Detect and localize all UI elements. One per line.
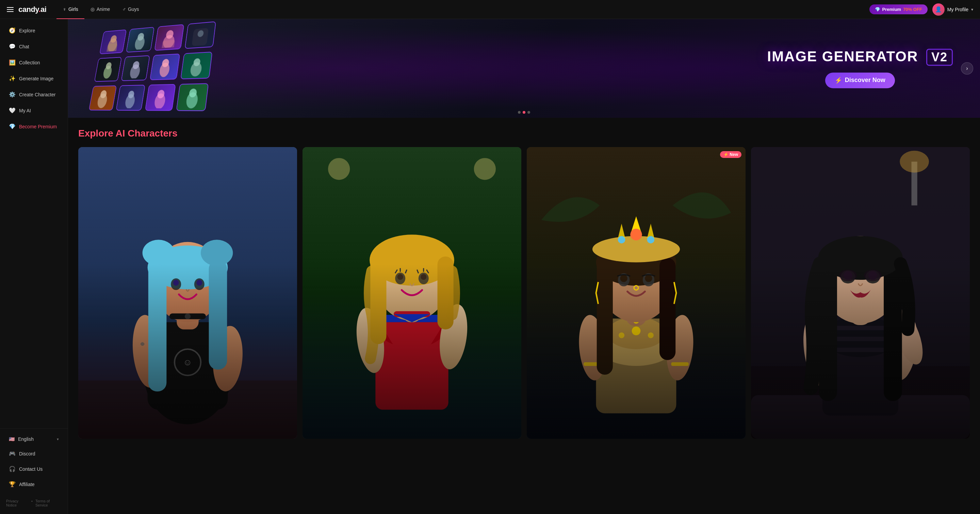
discover-icon: ⚡ (835, 76, 842, 84)
character-card-arabian[interactable]: ⚡ New (527, 147, 746, 439)
phone-card (145, 84, 176, 111)
collection-icon: 🖼️ (9, 59, 16, 66)
char-image-3 (527, 147, 746, 439)
card-gradient-4 (751, 264, 970, 439)
banner-dot-3[interactable] (527, 111, 530, 114)
phone-card (154, 24, 184, 51)
char-image-2 (302, 147, 521, 439)
banner: IMAGE GENERATOR V2 ⚡ Discover Now › (68, 19, 980, 118)
privacy-link[interactable]: Privacy Notice (6, 499, 29, 507)
sidebar-item-chat[interactable]: 💬 Chat (3, 39, 65, 54)
phone-grid (89, 21, 218, 113)
phone-card (185, 21, 216, 49)
sidebar-item-my-ai[interactable]: 🤍 My AI (3, 103, 65, 118)
svg-point-86 (630, 229, 642, 240)
nav-girls[interactable]: ♀ Girls (56, 0, 84, 19)
premium-sidebar-icon: 💎 (9, 123, 16, 130)
sidebar-item-become-premium[interactable]: 💎 Become Premium (3, 119, 65, 134)
avatar: 👤 (932, 3, 945, 16)
logo[interactable]: candy.ai (18, 5, 46, 14)
footer-separator: • (31, 499, 33, 507)
profile-chevron-icon: ▾ (971, 7, 973, 12)
banner-text: IMAGE GENERATOR V2 ⚡ Discover Now (767, 49, 953, 88)
profile-name: My Profile (947, 7, 969, 12)
character-card-cheerleader[interactable] (302, 147, 521, 439)
header: candy.ai ♀ Girls ◎ Anime ♂ Guys 💎 Premiu… (0, 0, 980, 19)
generate-icon: ✨ (9, 75, 16, 82)
card-gradient-3 (527, 264, 746, 439)
flag-icon: 🇺🇸 (9, 436, 14, 442)
sidebar-item-generate-image[interactable]: ✨ Generate Image (3, 71, 65, 86)
section-title-rest: AI Characters (115, 128, 177, 138)
sidebar-footer: Privacy Notice • Terms of Service (0, 496, 68, 511)
svg-point-97 (900, 151, 929, 173)
language-chevron-icon: ▾ (57, 437, 59, 441)
my-ai-icon: 🤍 (9, 107, 16, 114)
affiliate-icon: 🏆 (9, 481, 16, 487)
phone-card (176, 83, 208, 111)
phone-card (116, 85, 145, 111)
phone-card (150, 53, 180, 80)
banner-dot-1[interactable] (518, 111, 520, 114)
sidebar: 🧭 Explore 💬 Chat 🖼️ Collection ✨ Generat… (0, 19, 68, 514)
banner-dot-2[interactable] (523, 111, 525, 114)
svg-rect-7 (161, 40, 175, 48)
sidebar-item-create-character[interactable]: ⚙️ Create Character (3, 87, 65, 102)
character-card-dark-beauty[interactable] (751, 147, 970, 439)
nav-guys[interactable]: ♂ Guys (116, 0, 145, 19)
profile-area[interactable]: 👤 My Profile ▾ (932, 3, 973, 16)
phone-card (99, 29, 127, 54)
explore-icon: 🧭 (9, 27, 16, 34)
main-nav: ♀ Girls ◎ Anime ♂ Guys (56, 0, 869, 19)
banner-next-arrow[interactable]: › (961, 62, 973, 75)
explore-section: Explore AI Characters (68, 118, 980, 446)
svg-point-37 (143, 240, 175, 266)
banner-dots (518, 111, 530, 114)
banner-phones (78, 19, 580, 118)
layout: 🧭 Explore 💬 Chat 🖼️ Collection ✨ Generat… (0, 19, 980, 514)
svg-rect-2 (106, 43, 118, 52)
nav-anime[interactable]: ◎ Anime (84, 0, 116, 19)
new-badge: ⚡ New (720, 151, 741, 158)
sidebar-bottom: 🇺🇸 English ▾ 🎮 Discord 🎧 Contact Us 🏆 Af… (0, 428, 68, 496)
header-right: 💎 Premium 70% OFF 👤 My Profile ▾ (869, 3, 974, 16)
svg-point-88 (647, 236, 654, 243)
discord-icon: 🎮 (9, 450, 16, 457)
phone-card (121, 55, 150, 81)
sidebar-item-affiliate[interactable]: 🏆 Affiliate (3, 477, 65, 492)
sidebar-item-collection[interactable]: 🖼️ Collection (3, 55, 65, 70)
girls-icon: ♀ (63, 6, 66, 12)
main-content: IMAGE GENERATOR V2 ⚡ Discover Now › (68, 19, 980, 514)
phone-card (94, 57, 122, 82)
phone-card (180, 52, 212, 79)
svg-point-87 (618, 236, 625, 243)
phone-card (126, 27, 154, 53)
discover-now-button[interactable]: ⚡ Discover Now (825, 73, 895, 88)
terms-link[interactable]: Terms of Service (35, 499, 62, 507)
card-gradient-1 (78, 264, 297, 439)
premium-icon: 💎 (875, 7, 880, 12)
sidebar-item-discord[interactable]: 🎮 Discord (3, 446, 65, 461)
sidebar-item-contact-us[interactable]: 🎧 Contact Us (3, 461, 65, 476)
char-image-1: ☺ (78, 147, 297, 439)
svg-point-38 (201, 240, 233, 266)
char-image-4 (751, 147, 970, 439)
create-character-icon: ⚙️ (9, 91, 16, 98)
hamburger-menu[interactable] (7, 7, 14, 12)
character-card-blue-hair[interactable]: ☺ (78, 147, 297, 439)
banner-title: IMAGE GENERATOR V2 (767, 49, 953, 66)
guys-icon: ♂ (122, 6, 126, 12)
banner-v2-badge: V2 (926, 49, 953, 66)
premium-button[interactable]: 💎 Premium 70% OFF (869, 5, 928, 14)
characters-grid: ☺ (78, 147, 970, 439)
anime-icon: ◎ (91, 6, 95, 12)
section-title-highlight: Explore (78, 128, 113, 138)
logo-dot: . (38, 5, 40, 14)
card-gradient-2 (302, 264, 521, 439)
phone-card (89, 86, 117, 111)
chat-icon: 💬 (9, 43, 16, 50)
sidebar-item-language[interactable]: 🇺🇸 English ▾ (3, 433, 65, 446)
svg-point-49 (474, 158, 496, 180)
contact-icon: 🎧 (9, 466, 16, 472)
sidebar-item-explore[interactable]: 🧭 Explore (3, 23, 65, 38)
